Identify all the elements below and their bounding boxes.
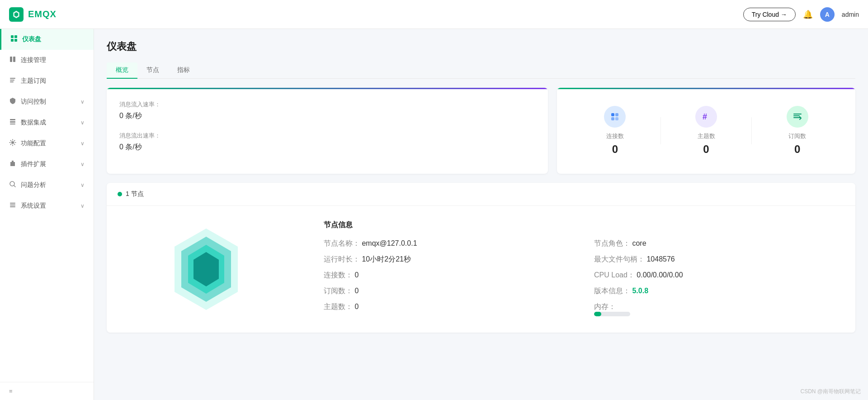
content-area: 仪表盘 概览 节点 指标 消息流入速率： 0 条/秒 消息流出速率： 0 条/秒 [94, 29, 868, 400]
sidebar: 仪表盘 连接管理 主题订阅 访问控制 ∨ 数据集成 ∨ [0, 29, 94, 400]
topics-label: 主题数 [661, 132, 752, 140]
svg-rect-5 [14, 39, 17, 42]
uptime-key: 运行时长： [324, 255, 360, 263]
brand-name: EMQX [28, 9, 57, 19]
try-cloud-button[interactable]: Try Cloud → [743, 8, 796, 21]
plugin-chevron: ∨ [80, 161, 85, 167]
sidebar-item-settings[interactable]: 系统设置 ∨ [0, 195, 94, 216]
sidebar-item-plugin[interactable]: 插件扩展 ∨ [0, 154, 94, 175]
sub-key: 订阅数： [324, 287, 353, 295]
svg-rect-21 [611, 117, 614, 120]
node-header: 1 节点 [107, 183, 855, 206]
sidebar-item-topic[interactable]: 主题订阅 [0, 71, 94, 91]
sub-val: 0 [354, 287, 359, 295]
node-count-label: 1 节点 [126, 190, 144, 198]
maxfile-val: 1048576 [646, 255, 675, 263]
sidebar-item-access[interactable]: 访问控制 ∨ [0, 91, 94, 112]
svg-rect-2 [11, 35, 14, 38]
role-key: 节点角色： [594, 239, 630, 247]
svg-text:#: # [703, 112, 707, 121]
version-val: 5.0.8 [632, 287, 648, 295]
topics-value: 0 [661, 143, 752, 156]
subscriptions-label: 订阅数 [752, 132, 843, 140]
svg-rect-12 [10, 121, 15, 123]
svg-rect-10 [10, 81, 14, 82]
svg-rect-9 [10, 80, 14, 81]
sidebar-item-data[interactable]: 数据集成 ∨ [0, 112, 94, 133]
navbar-right: Try Cloud → 🔔 A admin [743, 7, 859, 22]
page-title: 仪表盘 [107, 40, 855, 53]
svg-rect-11 [10, 119, 15, 120]
subscriptions-icon-wrap [787, 106, 808, 128]
node-name-val: emqx@127.0.0.1 [362, 239, 417, 247]
diagnosis-chevron: ∨ [80, 182, 85, 188]
dashboard-icon [10, 35, 18, 44]
topics-val2: 0 [354, 303, 359, 310]
sidebar-label-topic: 主题订阅 [21, 77, 46, 85]
node-info-area: 节点信息 节点名称： emqx@127.0.0.1 节点角色： core [306, 206, 855, 333]
memory-bar-bg [594, 312, 630, 316]
avatar[interactable]: A [820, 7, 835, 22]
sidebar-label-access: 访问控制 [21, 98, 46, 106]
conn-key: 连接数： [324, 271, 353, 279]
svg-rect-20 [615, 113, 618, 116]
sidebar-item-dashboard[interactable]: 仪表盘 [0, 29, 94, 50]
node-info-row-name: 节点名称： emqx@127.0.0.1 [324, 239, 567, 248]
connections-label: 连接数 [570, 132, 660, 140]
svg-rect-4 [11, 39, 14, 42]
tab-metrics[interactable]: 指标 [168, 62, 199, 79]
svg-rect-3 [14, 35, 17, 38]
sidebar-label-connection: 连接管理 [21, 56, 46, 64]
node-info-grid: 节点名称： emqx@127.0.0.1 节点角色： core 运行时长： 10… [324, 239, 837, 316]
flow-card: 消息流入速率： 0 条/秒 消息流出速率： 0 条/秒 [107, 88, 548, 174]
node-status-dot [118, 192, 122, 196]
outbound-label: 消息流出速率： [119, 132, 535, 140]
admin-label[interactable]: admin [842, 11, 859, 18]
collapse-icon: ≡ [9, 388, 13, 395]
role-val: core [632, 239, 646, 247]
tab-overview[interactable]: 概览 [107, 62, 137, 79]
inbound-flow-row: 消息流入速率： 0 条/秒 [119, 100, 535, 121]
svg-rect-19 [611, 113, 614, 116]
cpu-key: CPU Load： [594, 271, 635, 279]
stat-topics: # 主题数 0 [661, 106, 752, 156]
logo-icon [9, 7, 24, 22]
version-key: 版本信息： [594, 287, 630, 295]
sidebar-item-connection[interactable]: 连接管理 [0, 50, 94, 71]
svg-rect-16 [10, 203, 15, 204]
svg-rect-22 [615, 117, 618, 120]
hexagon-graphic [165, 224, 247, 314]
tabs: 概览 节点 指标 [107, 62, 855, 79]
function-icon [9, 139, 16, 148]
inbound-label: 消息流入速率： [119, 100, 535, 109]
node-info-row-version: 版本信息： 5.0.8 [594, 286, 837, 296]
navbar-left: EMQX [9, 7, 57, 22]
node-info-row-cpu: CPU Load： 0.00/0.00/0.00 [594, 271, 837, 280]
main-layout: 仪表盘 连接管理 主题订阅 访问控制 ∨ 数据集成 ∨ [0, 29, 868, 400]
stat-connections: 连接数 0 [570, 106, 660, 156]
subscriptions-value: 0 [752, 143, 843, 156]
topics-icon-wrap: # [695, 106, 717, 128]
outbound-value: 0 条/秒 [119, 143, 535, 152]
data-chevron: ∨ [80, 119, 85, 126]
cards-row: 消息流入速率： 0 条/秒 消息流出速率： 0 条/秒 [107, 88, 855, 174]
svg-rect-13 [10, 124, 15, 124]
function-chevron: ∨ [80, 140, 85, 147]
bell-icon[interactable]: 🔔 [803, 10, 813, 19]
tab-nodes[interactable]: 节点 [137, 62, 168, 79]
sidebar-label-data: 数据集成 [21, 119, 46, 127]
memory-bar-fill [594, 312, 601, 316]
memory-key: 内存： [594, 303, 616, 310]
outbound-flow-row: 消息流出速率： 0 条/秒 [119, 132, 535, 152]
access-chevron: ∨ [80, 99, 85, 105]
sidebar-item-diagnosis[interactable]: 问题分析 ∨ [0, 175, 94, 195]
node-info-row-topics: 主题数： 0 [324, 302, 567, 316]
node-name-key: 节点名称： [324, 239, 360, 247]
node-info-row-role: 节点角色： core [594, 239, 837, 248]
sidebar-collapse[interactable]: ≡ [0, 382, 94, 400]
svg-rect-7 [13, 57, 15, 62]
cpu-val: 0.00/0.00/0.00 [637, 271, 683, 279]
svg-rect-6 [10, 57, 12, 62]
sidebar-item-function[interactable]: 功能配置 ∨ [0, 133, 94, 154]
node-info-row-subscriptions: 订阅数： 0 [324, 286, 567, 296]
